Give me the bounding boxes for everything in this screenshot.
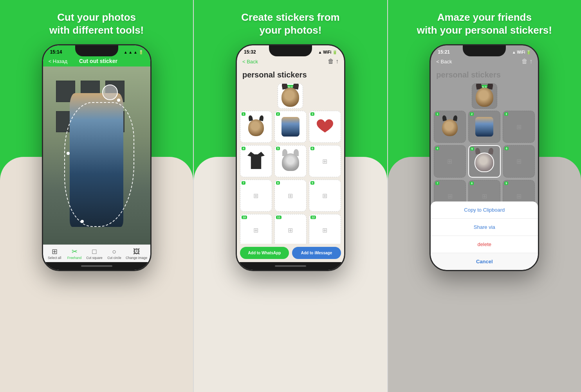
stickers-section-title: personal stickers (237, 67, 344, 82)
context-cancel[interactable]: Cancel (431, 253, 538, 262)
sticker-cell-3[interactable]: 3 (309, 111, 341, 143)
dark-cell-1[interactable]: 1 (434, 111, 466, 143)
nav-back-1[interactable]: < Назад (49, 58, 67, 64)
status-time-3: 15:21 (438, 49, 450, 55)
sticker-cell-6[interactable]: 6 ⊞ (309, 145, 341, 177)
add-placeholder-8[interactable]: ⊞ (288, 192, 293, 200)
sticker-3-heart (317, 119, 333, 135)
sticker-cell-5[interactable]: 5 (274, 145, 307, 177)
panel1-title: Cut your photoswith different tools! (38, 0, 155, 44)
sticker-cell-11[interactable]: 11 ⊞ (274, 214, 307, 244)
dark-sticker-1 (440, 117, 459, 136)
sticker-cell-2[interactable]: 2 (274, 111, 307, 143)
sticker-5-dog (281, 151, 300, 171)
selection-outline (64, 102, 134, 227)
context-share-via[interactable]: Share via (431, 219, 538, 236)
phone-mockup-3: 15:21 ▲ WiFi 🔋 < Back 🗑 ↑ personal stick… (429, 44, 539, 271)
sticker-cell-8[interactable]: 8 ⊞ (274, 180, 307, 212)
panel-create-stickers: Create stickers fromyour photos! 15:32 ▲… (194, 0, 387, 392)
add-to-whatsapp-button[interactable]: Add to WhatsApp (240, 247, 289, 259)
dark-cell-3[interactable]: 3 ⊞ (503, 111, 535, 143)
tool-select-all[interactable]: ⊞ Select all (46, 248, 63, 260)
status-time-1: 15:14 (50, 49, 62, 55)
tool-select-all-label: Select all (48, 256, 61, 260)
status-time-2: 15:32 (244, 49, 256, 55)
sticker-2-man (281, 117, 300, 137)
phone-mockup-2: 15:32 ▲ WiFi 🔋 < Back 🗑 ↑ personal stick… (236, 44, 345, 271)
add-placeholder-6[interactable]: ⊞ (322, 158, 327, 165)
sticker-cell-1[interactable]: 1 (240, 111, 272, 143)
phone-mockup-1: 15:14 ▲ ▲ ▲ 🔋 < Назад Cut out sticker (42, 44, 152, 271)
phone-screen-3: 15:21 ▲ WiFi 🔋 < Back 🗑 ↑ personal stick… (431, 45, 538, 270)
tool-cut-square[interactable]: □ Cut square (86, 248, 103, 260)
panel-cut-photos: Cut your photoswith different tools! 15:… (0, 0, 193, 392)
dark-cell-2[interactable]: 2 (468, 111, 500, 143)
stickers-row-4: 10 ⊞ 11 ⊞ 12 ⊞ (240, 214, 341, 244)
select-all-icon: ⊞ (52, 248, 58, 255)
status-icons-1: ▲ ▲ ▲ 🔋 (124, 50, 143, 54)
add-placeholder-11[interactable]: ⊞ (288, 227, 293, 234)
status-icons-3: ▲ WiFi 🔋 (512, 50, 531, 54)
panel-amaze-friends: Amaze your friendswith your personal sti… (388, 0, 581, 392)
wolf-tray-sticker (280, 85, 301, 107)
add-placeholder-12[interactable]: ⊞ (322, 227, 327, 234)
nav-bar-3: < Back 🗑 ↑ (431, 56, 538, 67)
tray-icon-cell[interactable]: Tray icon (278, 83, 303, 109)
dark-placeholder-9: ⊞ (516, 192, 521, 200)
panel2-title: Create stickers fromyour photos! (229, 0, 351, 44)
home-indicator-1 (43, 262, 150, 270)
tray-icon-cell-dark[interactable]: Tray icon (472, 83, 497, 109)
stickers-row-2: 4 5 (240, 145, 341, 177)
dark-row-1: 1 2 3 ⊞ (434, 111, 535, 143)
tool-change-image[interactable]: 🖼 Change image (126, 248, 147, 260)
tool-cut-square-label: Cut square (86, 256, 103, 260)
context-delete[interactable]: delete (431, 236, 538, 253)
stickers-row-1: 1 2 3 (240, 111, 341, 143)
dark-cell-4[interactable]: 4 ⊞ (434, 145, 466, 178)
sticker-4-tshirt (247, 152, 265, 171)
tool-change-image-label: Change image (126, 256, 147, 260)
sticker-cell-9[interactable]: 9 ⊞ (309, 180, 341, 212)
sticker-cell-12[interactable]: 12 ⊞ (309, 214, 341, 244)
sticker-cell-7[interactable]: 7 ⊞ (240, 180, 272, 212)
change-image-icon: 🖼 (133, 248, 140, 255)
phone-notch-3 (463, 45, 506, 56)
phone-screen-2: 15:32 ▲ WiFi 🔋 < Back 🗑 ↑ personal stick… (237, 45, 344, 270)
dark-sticker-2 (475, 117, 493, 137)
home-indicator-2 (237, 262, 344, 270)
add-to-imessage-button[interactable]: Add to iMessage (292, 247, 341, 259)
dark-placeholder-3: ⊞ (516, 123, 521, 131)
panel3-title: Amaze your friendswith your personal sti… (405, 0, 564, 44)
raccoon-sticker (474, 151, 495, 172)
phone-notch-2 (269, 45, 312, 56)
stickers-dark-title: personal stickers (431, 67, 538, 82)
add-placeholder-9[interactable]: ⊞ (322, 192, 327, 200)
nav-back-3[interactable]: < Back (436, 59, 452, 65)
wolf-tray-dark (474, 85, 495, 107)
nav-back-2[interactable]: < Back (242, 59, 258, 65)
tool-freehand-label: Freehand (67, 256, 81, 260)
phone-screen-1: 15:14 ▲ ▲ ▲ 🔋 < Назад Cut out sticker (43, 45, 150, 270)
dark-cell-6[interactable]: 6 ⊞ (503, 145, 535, 178)
dark-placeholder-4: ⊞ (447, 158, 452, 165)
freehand-icon: ✂ (72, 248, 78, 255)
phone-notch-1 (75, 45, 118, 56)
nav-bar-2: < Back 🗑 ↑ (237, 56, 344, 67)
bottom-action-buttons: Add to WhatsApp Add to iMessage (237, 244, 344, 262)
context-menu: Copy to Clipboard Share via delete Cance… (431, 201, 538, 262)
add-placeholder-7[interactable]: ⊞ (253, 192, 258, 200)
status-icons-2: ▲ WiFi 🔋 (318, 50, 337, 54)
stickers-grid: Tray icon 1 (237, 82, 344, 244)
magnifier (102, 85, 118, 100)
context-copy-clipboard[interactable]: Copy to Clipboard (431, 201, 538, 219)
tool-cut-circle[interactable]: ○ Cut circle (106, 248, 123, 260)
stickers-screen: personal stickers Tray icon (237, 67, 344, 262)
stickers-row-3: 7 ⊞ 8 ⊞ 9 ⊞ (240, 180, 341, 212)
sticker-cell-4[interactable]: 4 (240, 145, 272, 177)
dark-placeholder-8: ⊞ (482, 192, 487, 200)
tool-freehand[interactable]: ✂ Freehand (66, 248, 83, 260)
dark-cell-5-selected[interactable]: 5 (468, 145, 501, 178)
add-placeholder-10[interactable]: ⊞ (253, 227, 258, 234)
nav-title-1: Cut out sticker (67, 58, 129, 64)
sticker-cell-10[interactable]: 10 ⊞ (240, 214, 272, 244)
